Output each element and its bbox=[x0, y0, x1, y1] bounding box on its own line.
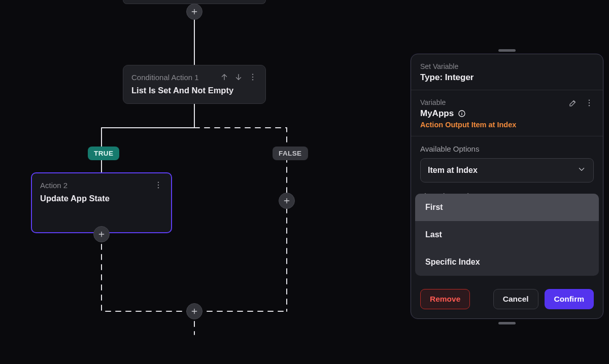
dropdown-item-first[interactable]: First bbox=[415, 194, 599, 221]
branch-false-badge: FALSE bbox=[273, 147, 308, 160]
available-options-select[interactable]: Item at Index bbox=[420, 158, 594, 183]
node-conditional[interactable]: Conditional Action 1 List Is Set And Not… bbox=[123, 65, 266, 104]
confirm-button[interactable]: Confirm bbox=[545, 289, 594, 309]
node-action2[interactable]: Action 2 Update App State bbox=[31, 172, 172, 233]
dropdown-item-last[interactable]: Last bbox=[415, 221, 599, 248]
panel-eyebrow: Set Variable bbox=[420, 62, 594, 70]
plus-icon bbox=[190, 307, 198, 315]
index-options-dropdown: First Last Specific Index bbox=[415, 194, 599, 276]
edit-icon[interactable] bbox=[568, 98, 578, 107]
drag-handle-icon[interactable] bbox=[498, 49, 516, 52]
more-vert-icon[interactable] bbox=[154, 180, 163, 190]
more-vert-icon[interactable] bbox=[248, 72, 257, 82]
node-eyebrow: Conditional Action 1 bbox=[131, 73, 199, 82]
plus-icon bbox=[190, 8, 198, 16]
add-step-button-false-branch[interactable] bbox=[279, 193, 295, 209]
node-eyebrow: Action 2 bbox=[40, 181, 67, 190]
remove-button[interactable]: Remove bbox=[420, 289, 470, 309]
set-variable-panel: Set Variable Type: Integer Variable MyAp… bbox=[411, 54, 603, 319]
svg-point-3 bbox=[158, 182, 159, 183]
dropdown-item-specific[interactable]: Specific Index bbox=[415, 248, 599, 276]
chevron-down-icon bbox=[577, 165, 586, 176]
plus-icon bbox=[283, 197, 291, 205]
svg-point-1 bbox=[252, 77, 253, 78]
panel-heading: Type: Integer bbox=[420, 72, 594, 83]
arrow-down-icon[interactable] bbox=[234, 72, 243, 82]
node-title: List Is Set And Not Empty bbox=[131, 86, 257, 95]
panel-footer: Remove Cancel Confirm bbox=[411, 276, 603, 309]
add-step-button-merge[interactable] bbox=[186, 303, 202, 319]
plus-icon bbox=[97, 230, 106, 238]
branch-true-badge: TRUE bbox=[88, 147, 119, 160]
cancel-button[interactable]: Cancel bbox=[493, 289, 538, 309]
node-title: Update App State bbox=[40, 194, 163, 203]
panel-header: Set Variable Type: Integer bbox=[411, 54, 603, 90]
info-icon[interactable] bbox=[458, 110, 466, 118]
add-step-button-top[interactable] bbox=[186, 4, 202, 20]
svg-point-5 bbox=[158, 187, 159, 188]
variable-source: Action Output Item at Index bbox=[420, 121, 516, 129]
svg-point-8 bbox=[589, 102, 590, 103]
svg-point-2 bbox=[252, 79, 253, 80]
variable-label: Variable bbox=[420, 98, 516, 106]
svg-point-7 bbox=[589, 100, 590, 101]
svg-point-9 bbox=[589, 105, 590, 106]
drag-handle-icon[interactable] bbox=[498, 322, 516, 324]
workflow-canvas[interactable]: Conditional Action 1 List Is Set And Not… bbox=[0, 0, 609, 364]
svg-point-0 bbox=[252, 74, 253, 75]
available-options-label: Available Options bbox=[420, 144, 594, 153]
arrow-up-icon[interactable] bbox=[220, 72, 229, 82]
add-step-button-after-action2[interactable] bbox=[93, 226, 110, 242]
more-vert-icon[interactable] bbox=[585, 98, 594, 107]
available-options-section: Available Options Item at Index List Ind… bbox=[411, 136, 603, 196]
selected-option-text: Item at Index bbox=[428, 166, 478, 175]
variable-name: MyApps bbox=[420, 108, 454, 119]
variable-block: Variable MyApps Action Output Item at In… bbox=[411, 90, 603, 136]
svg-point-4 bbox=[158, 185, 159, 186]
